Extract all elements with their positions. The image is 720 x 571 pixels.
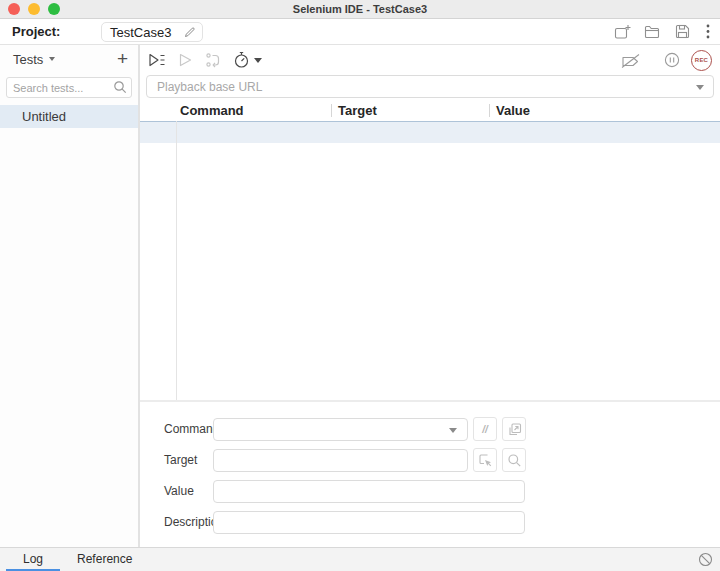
tab-label: Reference <box>77 552 132 566</box>
open-new-window-icon <box>507 422 522 437</box>
command-label: Command <box>164 422 213 436</box>
test-speed-icon[interactable] <box>233 50 262 70</box>
description-label: Description <box>164 515 213 529</box>
open-new-window-button[interactable] <box>502 417 526 441</box>
test-list: Untitled <box>0 105 138 128</box>
column-divider <box>489 104 490 117</box>
toolbar-right: REC <box>620 50 712 71</box>
chevron-down-icon[interactable] <box>696 85 704 90</box>
value-row: Value <box>164 479 720 503</box>
clear-log-button[interactable] <box>698 548 713 571</box>
select-target-button[interactable] <box>473 448 497 472</box>
zoom-window-button[interactable] <box>48 3 60 15</box>
tests-sidebar: Tests + Untitled <box>0 45 140 547</box>
test-step-row[interactable] <box>140 121 720 143</box>
step-editor: Command // <box>140 402 720 547</box>
column-label: Value <box>496 103 530 118</box>
window-controls <box>8 3 60 15</box>
run-all-tests-icon[interactable] <box>148 50 166 70</box>
main-panel: REC Command Target <box>140 45 720 547</box>
body: Tests + Untitled <box>0 45 720 547</box>
toggle-comment-button[interactable]: // <box>473 417 497 441</box>
pause-on-exceptions-icon[interactable] <box>664 50 680 70</box>
playback-url-row <box>140 75 720 99</box>
open-project-icon[interactable] <box>643 23 661 41</box>
target-row: Target <box>164 448 720 472</box>
test-search <box>6 77 132 98</box>
test-list-item[interactable]: Untitled <box>0 105 138 128</box>
command-row: Command // <box>164 417 720 441</box>
tab-log[interactable]: Log <box>6 548 60 571</box>
value-label: Value <box>164 484 213 498</box>
gutter-divider <box>176 121 177 400</box>
steps-table-header: Command Target Value <box>140 99 720 121</box>
description-row: Description <box>164 510 720 534</box>
find-target-icon <box>507 453 522 468</box>
column-label: Command <box>180 103 244 118</box>
command-select[interactable] <box>213 418 468 441</box>
steps-area[interactable] <box>140 121 720 400</box>
playback-toolbar: REC <box>140 45 720 75</box>
column-label: Target <box>338 103 377 118</box>
selenium-ide-window: Selenium IDE - TestCase3 Project: TestCa… <box>0 0 720 571</box>
project-label: Project: <box>12 19 60 44</box>
chevron-down-icon[interactable] <box>49 57 55 61</box>
target-label: Target <box>164 453 213 467</box>
target-input[interactable] <box>213 449 468 472</box>
playback-base-url-input[interactable] <box>146 75 714 98</box>
project-header: Project: TestCase3 <box>0 19 720 45</box>
add-test-button[interactable]: + <box>117 50 128 68</box>
step-over-icon[interactable] <box>205 50 221 70</box>
value-input[interactable] <box>213 480 525 503</box>
project-name: TestCase3 <box>110 25 183 40</box>
tab-label: Log <box>23 552 43 566</box>
tests-header: Tests + <box>0 45 138 73</box>
disable-breakpoints-icon[interactable] <box>620 50 641 70</box>
tests-dropdown[interactable]: Tests <box>13 52 43 67</box>
more-menu-icon[interactable] <box>703 23 713 41</box>
titlebar: Selenium IDE - TestCase3 <box>0 0 720 19</box>
window-title: Selenium IDE - TestCase3 <box>293 3 427 15</box>
save-project-icon[interactable] <box>673 23 691 41</box>
close-window-button[interactable] <box>8 3 20 15</box>
run-current-test-icon[interactable] <box>178 50 193 70</box>
tab-reference[interactable]: Reference <box>60 548 149 571</box>
edit-pencil-icon[interactable] <box>183 26 196 39</box>
select-target-icon <box>478 453 493 468</box>
footer-tabbar: Log Reference <box>0 547 720 571</box>
column-header-command[interactable]: Command <box>176 99 331 121</box>
minimize-window-button[interactable] <box>28 3 40 15</box>
find-target-button[interactable] <box>502 448 526 472</box>
column-header-target[interactable]: Target <box>331 99 489 121</box>
project-name-field[interactable]: TestCase3 <box>101 22 203 42</box>
column-header-value[interactable]: Value <box>489 99 720 121</box>
chevron-down-icon <box>449 428 457 433</box>
toggle-comment-icon: // <box>482 424 488 435</box>
record-label: REC <box>695 57 708 63</box>
description-input[interactable] <box>213 511 525 534</box>
column-divider <box>331 104 332 117</box>
new-project-icon[interactable] <box>613 23 631 41</box>
search-icon <box>113 80 127 94</box>
chevron-down-icon[interactable] <box>254 58 262 63</box>
record-button[interactable]: REC <box>691 50 712 71</box>
clear-log-icon <box>698 552 713 567</box>
project-actions <box>613 19 713 44</box>
